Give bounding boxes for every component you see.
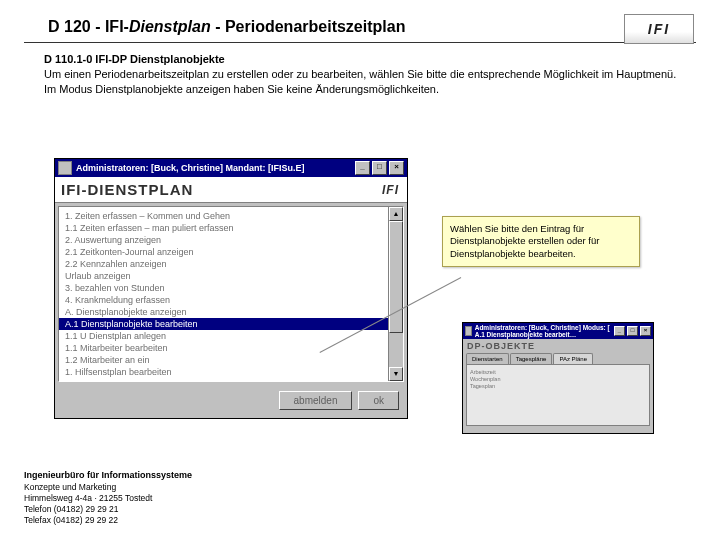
- menu-item[interactable]: 1.2 Mitarbeiter an ein: [59, 354, 403, 366]
- mini-titlebar[interactable]: Administratoren: [Buck, Christine] Modus…: [463, 323, 653, 339]
- footer-dept: Konzepte und Marketing: [24, 482, 192, 493]
- logout-button[interactable]: abmelden: [279, 391, 353, 410]
- ok-button[interactable]: ok: [358, 391, 399, 410]
- menu-item[interactable]: A. Dienstplanobjekte anzeigen: [59, 306, 403, 318]
- mini-titlebar-text: Administratoren: [Buck, Christine] Modus…: [475, 324, 614, 338]
- titlebar[interactable]: Administratoren: [Buck, Christine] Manda…: [55, 159, 407, 177]
- menu-item[interactable]: 1. Zeiten erfassen – Kommen und Gehen: [59, 210, 403, 222]
- close-button[interactable]: ×: [389, 161, 404, 175]
- minimize-button[interactable]: _: [355, 161, 370, 175]
- mini-row: Arbeitszeit: [470, 369, 646, 375]
- footer-fax: Telefax (04182) 29 29 22: [24, 515, 192, 526]
- menu-item[interactable]: Urlaub anzeigen: [59, 270, 403, 282]
- menu-item[interactable]: A.1 Dienstplanobjekte bearbeiten: [59, 318, 403, 330]
- page-title: D 120 - IFI-Dienstplan - Periodenarbeits…: [24, 0, 696, 43]
- menu-item[interactable]: 1. Hilfsenstplan bearbeiten: [59, 366, 403, 378]
- system-menu-icon[interactable]: [465, 326, 472, 336]
- mini-tabs: DienstartenTagesplänePAz Pläne: [466, 353, 650, 365]
- menu-item[interactable]: 2. Auswertung anzeigen: [59, 234, 403, 246]
- maximize-button[interactable]: □: [627, 326, 638, 336]
- footer-tel: Telefon (04182) 29 29 21: [24, 504, 192, 515]
- menu-list: ▲ ▼ 1. Zeiten erfassen – Kommen und Gehe…: [58, 206, 404, 382]
- callout-text: Wählen Sie bitte den Eintrag für Dienstp…: [450, 223, 599, 259]
- scroll-up-button[interactable]: ▲: [389, 207, 403, 221]
- doc-id: D 120 - IFI-: [48, 18, 129, 35]
- footer: Ingenieurbüro für Informationssysteme Ko…: [24, 470, 192, 526]
- minimize-button[interactable]: _: [614, 326, 625, 336]
- app-window: Administratoren: [Buck, Christine] Manda…: [54, 158, 408, 419]
- close-button[interactable]: ×: [640, 326, 651, 336]
- footer-addr: Himmelsweg 4-4a · 21255 Tostedt: [24, 493, 192, 504]
- footer-company: Ingenieurbüro für Informationssysteme: [24, 470, 192, 482]
- mini-content: ArbeitszeitWochenplanTagesplan: [466, 365, 650, 426]
- title-rest: - Periodenarbeitszeitplan: [211, 18, 406, 35]
- scroll-down-button[interactable]: ▼: [389, 367, 403, 381]
- system-menu-icon[interactable]: [58, 161, 72, 175]
- app-banner: IFI-DIENSTPLAN IFI: [55, 177, 407, 203]
- mini-tab[interactable]: Dienstarten: [466, 353, 509, 364]
- mini-tab[interactable]: PAz Pläne: [553, 353, 593, 364]
- mini-tab[interactable]: Tagespläne: [510, 353, 553, 364]
- menu-item[interactable]: 2.1 Zeitkonten-Journal anzeigen: [59, 246, 403, 258]
- menu-item[interactable]: 2.2 Kennzahlen anzeigen: [59, 258, 403, 270]
- ifi-logo: IFI: [624, 14, 694, 44]
- menu-item[interactable]: 1.1 Mitarbeiter bearbeiten: [59, 342, 403, 354]
- section-heading: D 110.1-0 IFI-DP Dienstplanobjekte: [44, 53, 720, 65]
- title-italic: Dienstplan: [129, 18, 211, 35]
- titlebar-text: Administratoren: [Buck, Christine] Manda…: [76, 163, 305, 173]
- maximize-button[interactable]: □: [372, 161, 387, 175]
- section-body: Um einen Periodenarbeitszeitplan zu erst…: [44, 67, 690, 97]
- banner-logo: IFI: [382, 183, 401, 197]
- callout-box: Wählen Sie bitte den Eintrag für Dienstp…: [442, 216, 640, 267]
- mini-row: Tagesplan: [470, 383, 646, 389]
- mini-window: Administratoren: [Buck, Christine] Modus…: [462, 322, 654, 434]
- menu-item[interactable]: 4. Krankmeldung erfassen: [59, 294, 403, 306]
- scrollbar[interactable]: ▲ ▼: [388, 207, 403, 381]
- mini-row: Wochenplan: [470, 376, 646, 382]
- menu-item[interactable]: 3. bezahlen von Stunden: [59, 282, 403, 294]
- menu-item[interactable]: 1.1 Zeiten erfassen – man puliert erfass…: [59, 222, 403, 234]
- mini-banner: DP-OBJEKTE: [463, 339, 653, 353]
